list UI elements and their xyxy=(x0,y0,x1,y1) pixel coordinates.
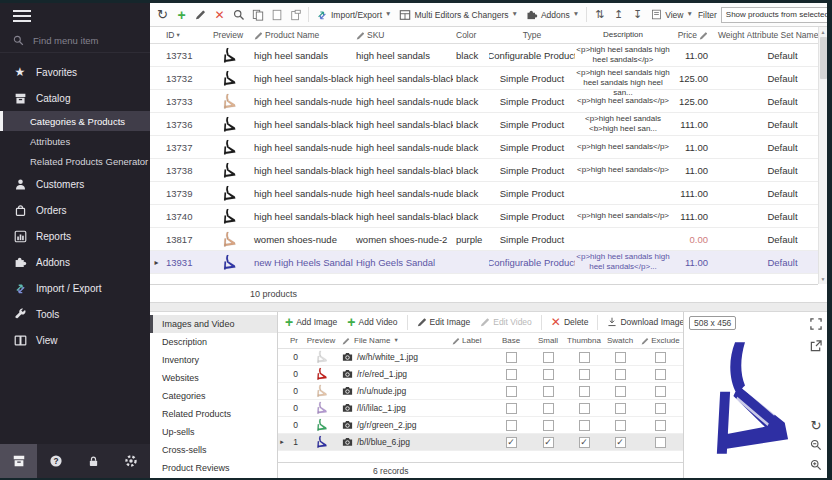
column-header-preview[interactable]: Preview xyxy=(302,336,340,345)
multi-editors-button[interactable]: Multi Editors & Changers▼ xyxy=(396,8,520,22)
table-row[interactable]: ▸ 13736 high heel sandals-black-36 high … xyxy=(150,113,818,136)
table-row[interactable]: ▸ 13739 high heel sandals-nude-37 high h… xyxy=(150,182,818,205)
column-header-price[interactable]: Price xyxy=(671,30,715,40)
checkbox-thumbnail[interactable] xyxy=(579,403,590,414)
sidebar-subitem[interactable]: Related Products Generator xyxy=(0,151,150,171)
checkbox-swatch[interactable] xyxy=(615,386,626,397)
image-row[interactable]: ▸ 0 /r/e/red_1.jpg xyxy=(278,366,683,383)
image-row[interactable]: ▸ 1 /b/l/blue_6.jpg xyxy=(278,434,683,451)
detail-tab[interactable]: Cross-sells xyxy=(150,441,277,459)
checkbox-exclude[interactable] xyxy=(655,420,666,431)
vertical-scrollbar[interactable]: ▲ ▼ xyxy=(818,27,827,284)
checkbox-swatch[interactable] xyxy=(615,437,626,448)
import-export-button[interactable]: Import/Export▼ xyxy=(313,8,394,22)
detail-tab[interactable]: Inventory xyxy=(150,351,277,369)
checkbox-thumbnail[interactable] xyxy=(579,420,590,431)
settings-button[interactable] xyxy=(113,454,150,468)
sidebar-item-reports[interactable]: Reports xyxy=(0,223,150,249)
edit-image-button[interactable]: Edit Image xyxy=(414,316,474,328)
checkbox-small[interactable] xyxy=(543,369,554,380)
archive-mode-button[interactable] xyxy=(0,444,37,478)
column-header-color[interactable]: Color xyxy=(453,30,489,40)
table-row[interactable]: ▸ 13732 high heel sandals-black high hee… xyxy=(150,67,818,90)
table-row[interactable]: ▸ 13731 high heel sandals high heel sand… xyxy=(150,44,818,67)
checkbox-small[interactable] xyxy=(543,403,554,414)
table-row[interactable]: ▸ 13733 high heel sandals-nude high heel… xyxy=(150,90,818,113)
column-header-base[interactable]: Base xyxy=(492,336,530,345)
checkbox-base[interactable] xyxy=(506,437,517,448)
detail-tab[interactable]: Product Reviews xyxy=(150,459,277,477)
table-row[interactable]: ▸ 13737 high heel sandals-nude-36 high h… xyxy=(150,136,818,159)
image-row[interactable]: ▸ 0 /l/i/lilac_1.jpg xyxy=(278,400,683,417)
category-filter-select[interactable]: Show products from selected categories ▼ xyxy=(721,7,827,23)
sidebar-item-tools[interactable]: Tools xyxy=(0,301,150,327)
column-header-small[interactable]: Small xyxy=(530,336,566,345)
checkbox-thumbnail[interactable] xyxy=(579,352,590,363)
zoom-in-button[interactable] xyxy=(809,458,823,472)
delete-image-button[interactable]: ✕Delete xyxy=(548,315,592,329)
open-external-button[interactable] xyxy=(809,339,823,353)
column-header-sku[interactable]: SKU xyxy=(353,30,453,40)
sidebar-item-favorites[interactable]: ★ Favorites xyxy=(0,59,150,85)
rotate-image-button[interactable]: ↻ xyxy=(809,418,823,432)
detail-tab[interactable]: Websites xyxy=(150,369,277,387)
select-page-button[interactable] xyxy=(268,6,285,23)
edit-video-button[interactable]: Edit Video xyxy=(477,316,535,328)
column-header-description[interactable]: Description xyxy=(575,30,671,40)
lock-button[interactable] xyxy=(75,455,112,468)
scrollbar-thumb[interactable] xyxy=(820,37,827,79)
delete-product-button[interactable]: ✕ xyxy=(211,6,228,23)
horizontal-splitter[interactable] xyxy=(150,302,827,312)
column-header-thumbnail[interactable]: Thumbna xyxy=(566,336,602,345)
detail-tab[interactable]: Related Products xyxy=(150,405,277,423)
column-header-id[interactable]: ID▾ xyxy=(163,30,205,40)
sidebar-item-customers[interactable]: Customers xyxy=(0,171,150,197)
column-header-preview[interactable]: Preview xyxy=(205,30,251,40)
download-image-button[interactable]: Download Image xyxy=(604,316,683,328)
column-header-exclude[interactable]: Exclude xyxy=(638,336,683,345)
image-row[interactable]: ▸ 0 /w/h/white_1.jpg xyxy=(278,349,683,366)
move-up-button[interactable]: ↥ xyxy=(610,6,627,23)
detail-tab[interactable]: Images and Video xyxy=(150,315,277,333)
table-row[interactable]: ▸ 13931 new High Heels Sandals High Geel… xyxy=(150,251,818,274)
sort-rows-button[interactable]: ⇅ xyxy=(591,6,608,23)
help-button[interactable]: ? xyxy=(38,454,75,468)
copy-button[interactable] xyxy=(249,6,266,23)
duplicate-page-button[interactable] xyxy=(287,6,304,23)
column-header-type[interactable]: Type xyxy=(489,30,575,40)
column-header-file-name[interactable]: File Name▾ xyxy=(340,336,450,345)
image-row[interactable]: ▸ 0 /g/r/green_2.jpg xyxy=(278,417,683,434)
checkbox-base[interactable] xyxy=(506,352,517,363)
checkbox-thumbnail[interactable] xyxy=(579,386,590,397)
checkbox-small[interactable] xyxy=(543,352,554,363)
add-video-button[interactable]: +Add Video xyxy=(344,314,400,330)
sidebar-subitem[interactable]: Categories & Products xyxy=(0,111,150,131)
checkbox-exclude[interactable] xyxy=(655,386,666,397)
checkbox-exclude[interactable] xyxy=(655,352,666,363)
add-product-button[interactable]: + xyxy=(173,6,190,23)
checkbox-exclude[interactable] xyxy=(655,437,666,448)
column-header-pr[interactable]: Pr xyxy=(286,336,302,345)
checkbox-swatch[interactable] xyxy=(615,420,626,431)
search-products-button[interactable] xyxy=(230,6,247,23)
sidebar-item-orders[interactable]: Orders xyxy=(0,197,150,223)
detail-tab[interactable]: Categories xyxy=(150,387,277,405)
table-row[interactable]: ▸ 13738 high heel sandals-black-37 high … xyxy=(150,159,818,182)
move-down-button[interactable]: ↧ xyxy=(629,6,646,23)
detail-tab[interactable]: Description xyxy=(150,333,277,351)
view-menu-button[interactable]: View▼ xyxy=(648,8,696,21)
checkbox-swatch[interactable] xyxy=(615,369,626,380)
column-header-weight[interactable]: Weight xyxy=(715,30,747,40)
addons-button[interactable]: Addons▼ xyxy=(523,8,582,22)
checkbox-swatch[interactable] xyxy=(615,403,626,414)
checkbox-base[interactable] xyxy=(506,369,517,380)
sidebar-item-catalog[interactable]: Catalog xyxy=(0,85,150,111)
column-header-swatch[interactable]: Swatch xyxy=(602,336,638,345)
checkbox-thumbnail[interactable] xyxy=(579,369,590,380)
checkbox-base[interactable] xyxy=(506,386,517,397)
scroll-down-arrow[interactable]: ▼ xyxy=(819,274,827,284)
sidebar-subitem[interactable]: Attributes xyxy=(0,131,150,151)
add-image-button[interactable]: +Add Image xyxy=(282,314,340,330)
hamburger-menu-icon[interactable] xyxy=(13,10,31,22)
checkbox-swatch[interactable] xyxy=(615,352,626,363)
